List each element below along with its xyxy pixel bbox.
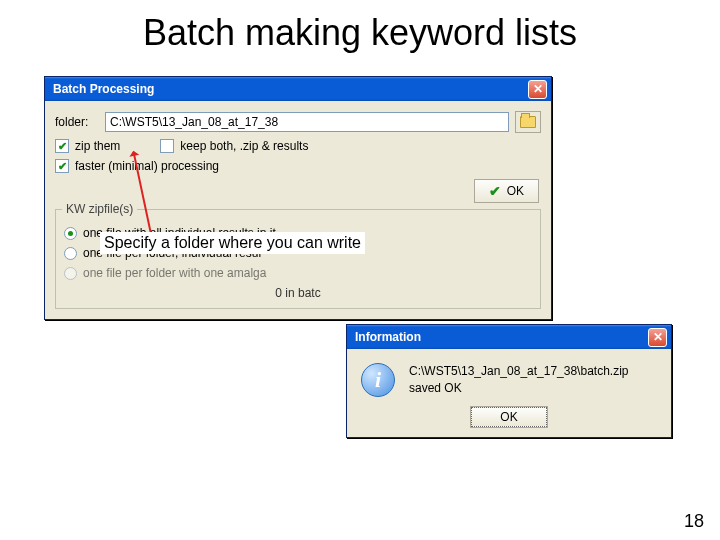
keep-checkbox-label: keep both, .zip & results — [180, 139, 308, 153]
zip-checkbox[interactable]: ✔ — [55, 139, 69, 153]
radio-per-folder-individual[interactable] — [64, 247, 77, 260]
close-icon: ✕ — [533, 82, 543, 96]
zip-checkbox-label: zip them — [75, 139, 120, 153]
annotation-text: Specify a folder where you can write — [100, 232, 365, 254]
ok-button[interactable]: ✔ OK — [474, 179, 539, 203]
ok-button-label: OK — [507, 184, 524, 198]
window-title: Batch Processing — [53, 82, 154, 96]
info-message-line2: saved OK — [409, 380, 628, 397]
group-title: KW zipfile(s) — [62, 202, 137, 216]
kw-zipfile-group: KW zipfile(s) one file with all individu… — [55, 209, 541, 309]
folder-icon — [520, 116, 536, 128]
page-number: 18 — [684, 511, 704, 532]
folder-label: folder: — [55, 115, 99, 129]
info-message-line1: C:\WST5\13_Jan_08_at_17_38\batch.zip — [409, 363, 628, 380]
info-message: C:\WST5\13_Jan_08_at_17_38\batch.zip sav… — [409, 363, 628, 397]
info-icon: i — [361, 363, 395, 397]
check-icon: ✔ — [489, 183, 501, 199]
window-body: folder: ✔ zip them keep both, .zip & res… — [45, 101, 551, 319]
keep-checkbox[interactable] — [160, 139, 174, 153]
info-close-button[interactable]: ✕ — [648, 328, 667, 347]
browse-button[interactable] — [515, 111, 541, 133]
info-window-title: Information — [355, 330, 421, 344]
info-ok-button[interactable]: OK — [471, 407, 546, 427]
radio-per-folder-amalgam — [64, 267, 77, 280]
batch-processing-window: Batch Processing ✕ folder: ✔ zip them ke… — [44, 76, 552, 320]
close-button[interactable]: ✕ — [528, 80, 547, 99]
close-icon: ✕ — [653, 330, 663, 344]
faster-checkbox-label: faster (minimal) processing — [75, 159, 219, 173]
information-dialog: Information ✕ i C:\WST5\13_Jan_08_at_17_… — [346, 324, 672, 438]
batch-status: 0 in batc — [64, 286, 532, 300]
titlebar[interactable]: Batch Processing ✕ — [45, 77, 551, 101]
radio-one-file[interactable] — [64, 227, 77, 240]
info-titlebar[interactable]: Information ✕ — [347, 325, 671, 349]
folder-input[interactable] — [105, 112, 509, 132]
faster-checkbox[interactable]: ✔ — [55, 159, 69, 173]
slide-title: Batch making keyword lists — [0, 12, 720, 54]
radio-per-folder-amalgam-label: one file per folder with one amalga — [83, 266, 266, 280]
